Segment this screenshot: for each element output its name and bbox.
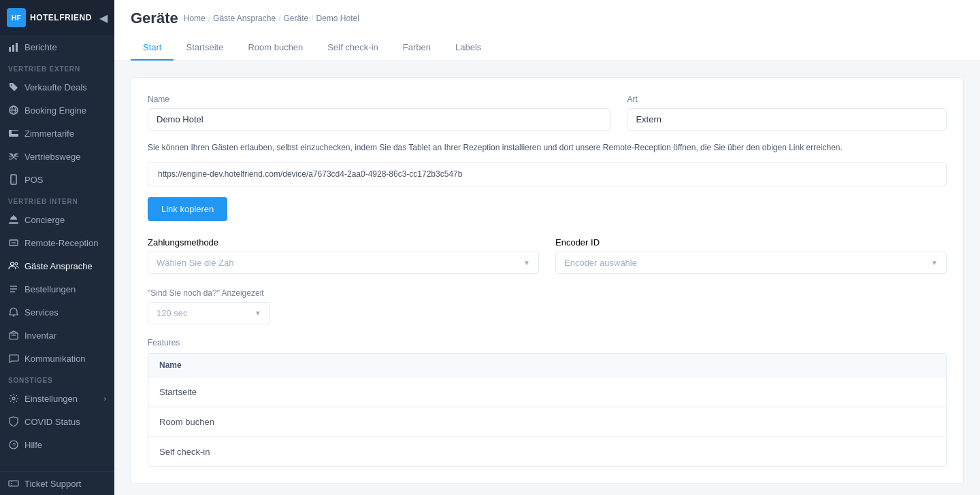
tag-icon <box>8 82 19 92</box>
svg-rect-20 <box>10 333 18 339</box>
sidebar-item-kommunikation[interactable]: Kommunikation <box>0 347 114 370</box>
breadcrumb-geraete[interactable]: Geräte <box>283 14 308 23</box>
users-icon <box>8 260 19 271</box>
concierge-icon <box>8 214 19 225</box>
payment-label: Zahlungsmethode <box>148 237 539 248</box>
name-art-row: Name Art <box>148 95 947 131</box>
svg-point-10 <box>13 182 14 182</box>
sidebar-item-gaeste-ansprache[interactable]: Gäste Ansprache <box>0 254 114 277</box>
sidebar-item-vertriebswege[interactable]: Vertriebswege <box>0 145 114 168</box>
bell-icon <box>8 307 19 318</box>
gear-icon <box>8 393 19 404</box>
device-url-box: https://engine-dev.hotelfriend.com/devic… <box>148 162 947 186</box>
tab-self-check-in[interactable]: Self check-in <box>315 35 390 61</box>
tab-farben[interactable]: Farben <box>391 35 443 61</box>
tab-room-buchen[interactable]: Room buchen <box>235 35 315 61</box>
art-label: Art <box>627 95 947 104</box>
svg-rect-1 <box>12 45 14 52</box>
svg-point-22 <box>12 397 15 400</box>
tab-start[interactable]: Start <box>131 35 174 61</box>
ticket-icon <box>8 478 19 489</box>
features-row-room-buchen: Room buchen <box>148 407 946 437</box>
sidebar-item-booking-engine[interactable]: Booking Engine <box>0 99 114 122</box>
payment-group: Zahlungsmethode Wählen Sie die Zah ▼ <box>148 237 539 274</box>
sidebar-item-services[interactable]: Services <box>0 301 114 324</box>
breadcrumb-current: Demo Hotel <box>316 14 359 23</box>
art-group: Art <box>627 95 947 131</box>
features-row-self-check-in: Self check-in <box>148 437 946 466</box>
sidebar-logo: HF HOTELFRIEND <box>7 8 92 27</box>
sidebar-item-inventar[interactable]: Inventar <box>0 324 114 347</box>
breadcrumb-home[interactable]: Home <box>184 14 206 23</box>
payment-dropdown[interactable]: Wählen Sie die Zah ▼ <box>148 252 539 274</box>
name-group: Name <box>148 95 610 131</box>
sidebar-item-ticket-support[interactable]: Ticket Support <box>0 471 114 495</box>
svg-rect-8 <box>9 130 18 131</box>
idle-time-value: 120 sec <box>157 308 188 318</box>
main-card: Name Art Sie können Ihren Gästen erlaube… <box>131 78 964 484</box>
page-header: Geräte Home / Gäste Ansprache / Geräte /… <box>114 0 980 61</box>
breadcrumb: Home / Gäste Ansprache / Geräte / Demo H… <box>184 14 359 23</box>
svg-text:?: ? <box>12 442 16 449</box>
globe-icon <box>8 105 19 116</box>
encoder-dropdown[interactable]: Encoder auswähle ▼ <box>555 252 947 274</box>
sidebar-item-remote-reception[interactable]: Remote-Reception <box>0 231 114 254</box>
message-icon <box>8 353 19 364</box>
logo-box: HF <box>7 8 26 27</box>
sidebar-item-concierge[interactable]: Concierge <box>0 208 114 231</box>
features-row-startseite: Startseite <box>148 377 946 407</box>
content-area: Name Art Sie können Ihren Gästen erlaube… <box>114 61 980 495</box>
info-text: Sie können Ihren Gästen erlauben, selbst… <box>148 141 947 154</box>
idle-time-arrow: ▼ <box>255 309 261 317</box>
sidebar-item-berichte[interactable]: Berichte <box>0 35 114 58</box>
tab-startseite[interactable]: Startseite <box>174 35 235 61</box>
sidebar-header: HF HOTELFRIEND ◀ <box>0 0 114 35</box>
svg-rect-11 <box>9 222 18 224</box>
sidebar-toggle-icon[interactable]: ◀ <box>99 12 108 24</box>
encoder-label: Encoder ID <box>555 237 947 248</box>
brand-name: HOTELFRIEND <box>30 13 92 22</box>
art-input[interactable] <box>627 108 947 131</box>
box-icon <box>8 330 19 341</box>
features-header: Name <box>148 354 946 377</box>
tab-labels[interactable]: Labels <box>443 35 493 61</box>
phone-icon <box>8 174 19 185</box>
sidebar-section-vertrieb-intern: VERTRIEB INTERN <box>0 191 114 208</box>
breadcrumb-gaeste[interactable]: Gäste Ansprache <box>213 14 276 23</box>
svg-point-16 <box>15 262 18 265</box>
sidebar-item-bestellungen[interactable]: Bestellungen <box>0 277 114 301</box>
sidebar-section-vertrieb-extern: VERTRIEB EXTERN <box>0 58 114 75</box>
tabs-container: Start Startseite Room buchen Self check-… <box>131 35 964 61</box>
encoder-dropdown-arrow: ▼ <box>931 259 938 267</box>
svg-rect-6 <box>9 134 18 137</box>
svg-rect-7 <box>9 131 12 134</box>
sidebar-item-pos[interactable]: POS <box>0 168 114 191</box>
svg-rect-25 <box>9 481 18 486</box>
page-title: Geräte <box>131 10 178 27</box>
sidebar: HF HOTELFRIEND ◀ Berichte VERTRIEB EXTER… <box>0 0 114 495</box>
copy-link-button[interactable]: Link kopieren <box>148 197 227 221</box>
sidebar-item-zimmertarife[interactable]: Zimmertarife <box>0 122 114 145</box>
idle-time-group: "Sind Sie noch da?" Anzeigezeit 120 sec … <box>148 288 947 324</box>
idle-time-label: "Sind Sie noch da?" Anzeigezeit <box>148 288 264 298</box>
sidebar-item-hilfe[interactable]: ? Hilfe <box>0 433 114 456</box>
sidebar-item-verkaufte-deals[interactable]: Verkaufte Deals <box>0 75 114 99</box>
payment-dropdown-arrow: ▼ <box>523 259 530 267</box>
shuffle-icon <box>8 151 19 162</box>
sidebar-item-covid-status[interactable]: COVID Status <box>0 410 114 433</box>
chart-icon <box>8 41 19 52</box>
svg-rect-9 <box>11 175 16 184</box>
main-content: Geräte Home / Gäste Ansprache / Geräte /… <box>114 0 980 495</box>
svg-rect-2 <box>16 43 18 52</box>
remote-icon <box>8 237 19 248</box>
features-table: Name Startseite Room buchen Self check-i… <box>148 353 947 467</box>
name-input[interactable] <box>148 108 610 131</box>
features-section: Features Name Startseite Room buchen Sel… <box>148 338 947 467</box>
bed-icon <box>8 128 19 139</box>
list-icon <box>8 284 19 294</box>
features-label: Features <box>148 338 947 347</box>
idle-time-dropdown[interactable]: 120 sec ▼ <box>148 302 270 324</box>
payment-encoder-row: Zahlungsmethode Wählen Sie die Zah ▼ Enc… <box>148 237 947 274</box>
sidebar-item-einstellungen[interactable]: Einstellungen › <box>0 387 114 410</box>
svg-point-15 <box>11 262 14 266</box>
